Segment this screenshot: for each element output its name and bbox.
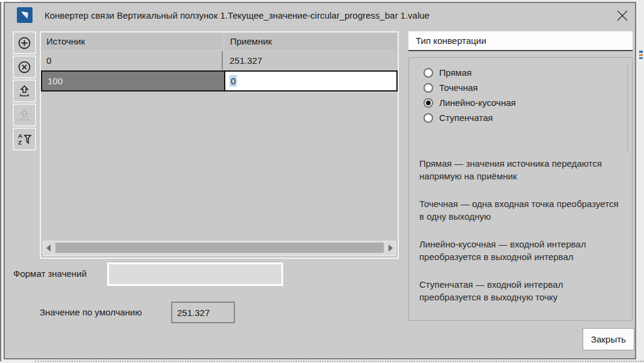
conversion-radio-group: Прямая Точечная Линейно-кусочная Ступенч… xyxy=(409,58,632,125)
horizontal-scrollbar[interactable] xyxy=(43,241,396,256)
radio-label: Прямая xyxy=(439,67,472,78)
mapping-table: Источник Приемник 0 251.327 100 0 xyxy=(40,31,399,259)
conversion-type-panel: Прямая Точечная Линейно-кусочная Ступенч… xyxy=(408,57,633,321)
radio-circle-icon xyxy=(424,98,433,108)
right-triangle-icon xyxy=(389,244,393,252)
radio-label: Точечная xyxy=(439,82,478,93)
sort-button[interactable]: A Z xyxy=(13,128,36,150)
move-down-button[interactable] xyxy=(13,104,36,126)
scrollbar-thumb[interactable] xyxy=(55,243,384,253)
default-value-input[interactable] xyxy=(171,302,235,323)
add-row-button[interactable] xyxy=(13,31,36,54)
description-direct: Прямая — значения источника передаются н… xyxy=(419,157,625,182)
svg-text:A: A xyxy=(18,132,22,139)
radio-label: Ступенчатая xyxy=(439,113,493,123)
column-header-source[interactable]: Источник xyxy=(41,33,223,50)
screen: Конвертер связи Вертикальный ползунок 1.… xyxy=(0,0,644,363)
x-circle-icon xyxy=(17,60,32,75)
radio-label: Линейно-кусочная xyxy=(439,98,516,108)
delete-row-button[interactable] xyxy=(13,55,36,78)
close-button[interactable]: Закрыть xyxy=(583,328,634,350)
conversion-descriptions: Прямая — значения источника передаются н… xyxy=(419,157,625,318)
left-triangle-icon xyxy=(46,244,51,252)
description-point: Точечная — одна входная точка преобразуе… xyxy=(419,197,625,223)
arrow-down-tray-icon xyxy=(17,108,32,123)
description-stepped: Ступенчатая — входной интервал преобразу… xyxy=(419,278,625,303)
radio-option-point[interactable]: Точечная xyxy=(424,80,632,95)
sort-az-filter-icon: A Z xyxy=(17,132,32,147)
selected-text: 0 xyxy=(230,75,237,87)
move-up-button[interactable] xyxy=(13,79,36,102)
link-converter-dialog: Конвертер связи Вертикальный ползунок 1.… xyxy=(4,2,636,359)
radio-circle-icon xyxy=(424,83,433,93)
radio-option-stepped[interactable]: Ступенчатая xyxy=(424,110,632,125)
radio-circle-icon xyxy=(424,68,433,78)
svg-text:Z: Z xyxy=(18,138,22,145)
close-icon[interactable] xyxy=(613,7,631,25)
radio-option-direct[interactable]: Прямая xyxy=(424,65,632,80)
conversion-type-header: Тип конвертации xyxy=(408,31,633,51)
panel-scroll-indicator xyxy=(627,64,628,151)
column-header-target[interactable]: Приемник xyxy=(225,33,398,50)
cell-row0-target[interactable]: 251.327 xyxy=(224,51,398,70)
app-logo-icon xyxy=(17,7,33,23)
plus-circle-icon xyxy=(17,36,32,51)
screen-edge-line xyxy=(0,0,1,361)
default-value-label: Значение по умолчанию xyxy=(40,307,142,317)
scroll-left-button[interactable] xyxy=(43,241,53,254)
canvas-dotted-line xyxy=(35,361,644,362)
radio-option-piecewise-linear[interactable]: Линейно-кусочная xyxy=(424,95,632,110)
radio-circle-icon xyxy=(424,113,433,123)
format-label: Формат значений xyxy=(13,268,87,279)
window-title: Конвертер связи Вертикальный ползунок 1.… xyxy=(45,10,430,20)
row-toolbar: A Z xyxy=(13,31,36,152)
cell-row1-target-editor[interactable]: 0 xyxy=(224,70,398,92)
description-piecewise-linear: Линейно-кусочная — входной интервал прео… xyxy=(419,238,625,263)
background-app-pixels xyxy=(639,51,643,59)
scroll-right-button[interactable] xyxy=(386,241,395,254)
arrow-up-tray-icon xyxy=(17,84,32,99)
cell-row0-source[interactable]: 0 xyxy=(41,51,223,70)
cell-row1-source[interactable]: 100 xyxy=(41,70,224,92)
format-input[interactable] xyxy=(107,262,283,286)
